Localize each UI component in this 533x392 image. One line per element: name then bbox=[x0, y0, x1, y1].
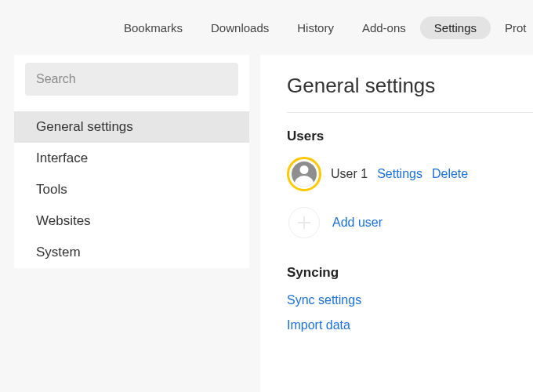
sidebar-item-general[interactable]: General settings bbox=[14, 111, 249, 143]
search-wrap bbox=[14, 63, 249, 103]
sidebar-item-websites[interactable]: Websites bbox=[14, 205, 249, 237]
nav-protection[interactable]: Prot bbox=[491, 16, 527, 39]
sync-settings-link[interactable]: Sync settings bbox=[287, 293, 533, 307]
nav-addons[interactable]: Add-ons bbox=[348, 16, 420, 39]
sync-links: Sync settings Import data bbox=[287, 293, 533, 332]
user-delete-link[interactable]: Delete bbox=[432, 167, 468, 181]
add-user-link[interactable]: Add user bbox=[332, 216, 383, 230]
nav-settings[interactable]: Settings bbox=[420, 16, 491, 39]
add-user-row: Add user bbox=[287, 207, 533, 238]
nav-history[interactable]: History bbox=[283, 16, 348, 39]
nav-bookmarks[interactable]: Bookmarks bbox=[110, 16, 197, 39]
users-heading: Users bbox=[287, 129, 533, 144]
sidebar-item-interface[interactable]: Interface bbox=[14, 143, 249, 174]
main-panel: General settings Users User 1 Settings D… bbox=[260, 55, 533, 392]
plus-icon bbox=[298, 216, 310, 229]
search-input[interactable] bbox=[25, 63, 238, 96]
sidebar-item-tools[interactable]: Tools bbox=[14, 174, 249, 205]
sidebar: General settings Interface Tools Website… bbox=[14, 55, 249, 268]
nav-downloads[interactable]: Downloads bbox=[197, 16, 283, 39]
avatar[interactable] bbox=[287, 157, 321, 191]
sidebar-item-system[interactable]: System bbox=[14, 237, 249, 268]
user-name: User 1 bbox=[331, 167, 368, 181]
content-area: General settings Interface Tools Website… bbox=[0, 55, 533, 392]
top-nav: Bookmarks Downloads History Add-ons Sett… bbox=[0, 0, 533, 55]
syncing-heading: Syncing bbox=[287, 265, 533, 281]
user-row: User 1 Settings Delete bbox=[287, 157, 533, 191]
person-icon bbox=[292, 162, 317, 187]
user-settings-link[interactable]: Settings bbox=[377, 167, 422, 181]
add-user-button[interactable] bbox=[288, 207, 320, 238]
import-data-link[interactable]: Import data bbox=[287, 318, 533, 332]
sidebar-list: General settings Interface Tools Website… bbox=[14, 103, 249, 268]
page-title: General settings bbox=[287, 74, 533, 113]
